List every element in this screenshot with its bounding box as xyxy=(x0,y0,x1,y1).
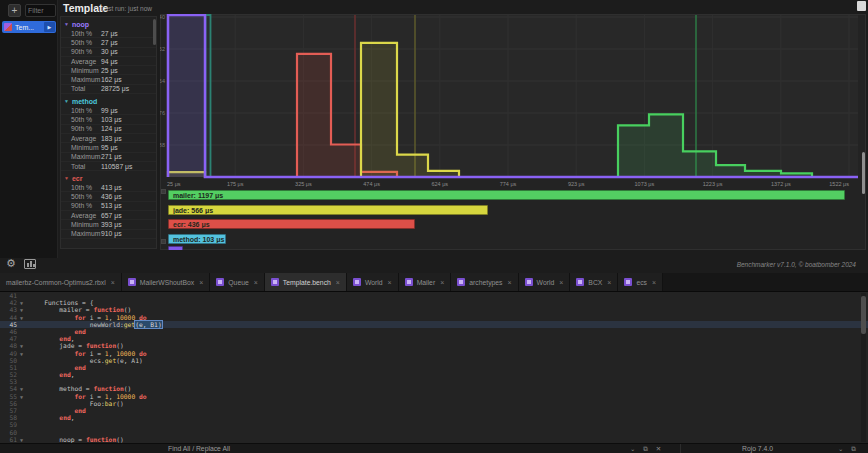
script-icon xyxy=(525,278,533,286)
code-line-53: 53 xyxy=(0,378,868,385)
svg-text:564: 564 xyxy=(160,78,165,84)
tab-mailerwshoutbox[interactable]: MailerWShoutBox× xyxy=(122,273,211,291)
stat-row: Maximum162 μs xyxy=(61,75,156,84)
script-icon xyxy=(271,278,279,286)
stats-section-header-ecr[interactable]: ▼ecr xyxy=(61,173,156,183)
close-icon[interactable]: × xyxy=(336,279,340,286)
svg-text:188: 188 xyxy=(160,142,165,148)
svg-text:1073 μs: 1073 μs xyxy=(635,181,655,187)
stats-section-header-method[interactable]: ▼method xyxy=(61,96,156,106)
code-line-54: 54▼ method = function() xyxy=(0,385,868,392)
add-benchmark-button[interactable]: + xyxy=(8,4,21,17)
stat-row: Average183 μs xyxy=(61,134,156,143)
stat-row: 50th %436 μs xyxy=(61,192,156,201)
stat-row: Maximum910 μs xyxy=(61,230,156,239)
stat-row: 90th %124 μs xyxy=(61,125,156,134)
stat-row: Total110587 μs xyxy=(61,162,156,171)
dock-controls-right[interactable]: ⌄ ⧉ ✕ xyxy=(838,445,868,453)
tab-mailer[interactable]: Mailer× xyxy=(399,273,452,291)
top-right-scroll-thumb[interactable] xyxy=(857,1,866,11)
chevron-down-icon[interactable]: ▼ xyxy=(64,175,69,181)
close-icon[interactable]: × xyxy=(388,279,392,286)
version-credit: Benchmarker v7.1.0, © boatbomber 2024 xyxy=(737,261,856,268)
code-line-46: 46 end xyxy=(0,328,868,335)
dock-controls-left[interactable]: ⌄ ⧉ ✕ xyxy=(630,445,664,453)
scroll-down-icon[interactable] xyxy=(161,239,166,244)
stats-scrollbar[interactable] xyxy=(153,19,156,45)
stat-row: 50th %103 μs xyxy=(61,115,156,124)
svg-text:624 μs: 624 μs xyxy=(431,181,448,187)
close-icon[interactable]: × xyxy=(254,279,258,286)
script-icon xyxy=(405,278,413,286)
script-icon xyxy=(128,278,136,286)
code-line-42: 42▼ Functions = { xyxy=(0,299,868,306)
stat-row: Maximum271 μs xyxy=(61,153,156,162)
find-replace-label: Find All / Replace All xyxy=(168,445,230,452)
stat-row: Minimum393 μs xyxy=(61,220,156,229)
code-line-52: 52 end, xyxy=(0,371,868,378)
code-line-51: 51 end xyxy=(0,364,868,371)
app-window: + Tem... ▶ Template Last run: just now ▼… xyxy=(0,0,868,453)
filter-input[interactable] xyxy=(25,4,56,17)
code-line-57: 57 end xyxy=(0,407,868,414)
report-chart-icon[interactable] xyxy=(24,259,36,269)
run-benchmark-button[interactable]: ▶ xyxy=(44,22,55,32)
close-icon[interactable]: × xyxy=(111,279,115,286)
svg-text:1522 μs: 1522 μs xyxy=(829,181,849,187)
chevron-down-icon[interactable]: ▼ xyxy=(64,98,69,104)
scroll-up-icon[interactable] xyxy=(161,189,166,194)
result-bar-method: method: 103 μs xyxy=(168,234,226,244)
close-icon[interactable]: × xyxy=(440,279,444,286)
tab-template-bench[interactable]: Template.bench× xyxy=(265,273,347,291)
stat-row: Minimum95 μs xyxy=(61,143,156,152)
code-line-47: 47 end, xyxy=(0,335,868,342)
stat-row: 50th %27 μs xyxy=(61,38,156,47)
bars-scrollbar[interactable] xyxy=(161,189,167,249)
close-icon[interactable]: × xyxy=(508,279,512,286)
svg-text:175 μs: 175 μs xyxy=(227,181,244,187)
tab-world[interactable]: World× xyxy=(347,273,399,291)
script-icon xyxy=(353,278,361,286)
chevron-down-icon[interactable]: ▼ xyxy=(64,21,69,27)
result-bar-ecr: ecr: 436 μs xyxy=(168,219,415,229)
last-run-status: Last run: just now xyxy=(101,5,152,12)
code-line-60: 60 xyxy=(0,429,868,436)
close-icon[interactable]: × xyxy=(199,279,203,286)
code-line-43: 43▼ mailer = function() xyxy=(0,306,868,313)
stat-row: 10th %27 μs xyxy=(61,29,156,38)
code-line-44: 44▼ for i = 1, 10000 do xyxy=(0,314,868,321)
svg-text:25 μs: 25 μs xyxy=(167,181,181,187)
close-icon[interactable]: × xyxy=(652,279,656,286)
stat-row: Average94 μs xyxy=(61,57,156,66)
editor-scrollbar[interactable] xyxy=(861,293,866,442)
code-line-55: 55▼ for i = 1, 10000 do xyxy=(0,393,868,400)
svg-text:376: 376 xyxy=(160,110,165,116)
svg-text:923 μs: 923 μs xyxy=(568,181,585,187)
sidebar-item-label: Tem... xyxy=(15,24,44,31)
result-bar-jade: jade: 566 μs xyxy=(168,205,488,215)
tab-queue[interactable]: Queue× xyxy=(210,273,265,291)
stat-row: 10th %413 μs xyxy=(61,183,156,192)
script-icon xyxy=(624,278,632,286)
stats-section-header-noop[interactable]: ▼noop xyxy=(61,19,156,29)
benchmark-sidebar: + Tem... ▶ xyxy=(0,0,58,258)
svg-text:1372 μs: 1372 μs xyxy=(771,181,791,187)
script-icon xyxy=(457,278,465,286)
status-bar: Find All / Replace All ⌄ ⧉ ✕ Rojo 7.4.0 … xyxy=(0,443,868,453)
code-line-50: 50 ecs.get(e, A1) xyxy=(0,357,868,364)
tab-ecs[interactable]: ecs× xyxy=(618,273,663,291)
close-icon[interactable]: × xyxy=(559,279,563,286)
code-line-58: 58 end, xyxy=(0,414,868,421)
stat-row: Average657 μs xyxy=(61,211,156,220)
script-icon xyxy=(216,278,224,286)
tab-world[interactable]: World× xyxy=(519,273,571,291)
result-bar-mailer: mailer: 1197 μs xyxy=(168,190,845,200)
tab-archetypes[interactable]: archetypes× xyxy=(451,273,518,291)
close-icon[interactable]: × xyxy=(607,279,611,286)
gear-icon[interactable]: ⚙ xyxy=(6,257,16,270)
tab-bcx[interactable]: BCX× xyxy=(570,273,618,291)
sidebar-item-template[interactable]: Tem... ▶ xyxy=(2,21,56,33)
tab-mailerbz-common-optimus2-rbxl[interactable]: mailerbz-Common-Optimus2.rbxl× xyxy=(0,273,122,291)
chart-scrollbar-thumb[interactable] xyxy=(862,152,865,194)
script-editor[interactable]: 4142▼ Functions = {43▼ mailer = function… xyxy=(0,292,868,443)
